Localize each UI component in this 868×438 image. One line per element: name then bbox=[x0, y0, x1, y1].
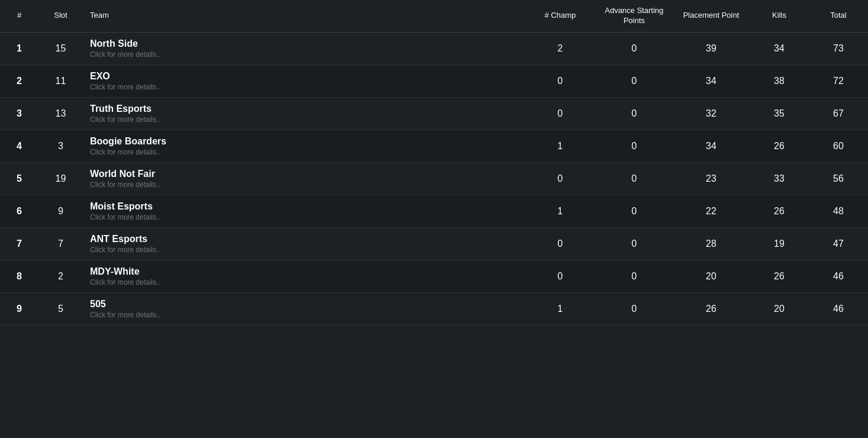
table-row[interactable]: 9 5 505 Click for more details.. 1 0 26 … bbox=[0, 292, 868, 325]
rank-cell: 1 bbox=[0, 32, 38, 65]
team-details: Click for more details.. bbox=[90, 115, 517, 124]
table-header-row: # Slot Team # Champ Advance Starting Poi… bbox=[0, 0, 868, 32]
placement-cell: 23 bbox=[673, 162, 750, 195]
advance-cell: 0 bbox=[596, 32, 673, 65]
advance-cell: 0 bbox=[596, 260, 673, 292]
kills-cell: 26 bbox=[750, 130, 809, 162]
total-cell: 60 bbox=[809, 130, 868, 162]
team-details: Click for more details.. bbox=[90, 50, 517, 59]
advance-cell: 0 bbox=[596, 97, 673, 130]
placement-cell: 22 bbox=[673, 195, 750, 227]
total-cell: 46 bbox=[809, 260, 868, 292]
slot-cell: 5 bbox=[38, 292, 83, 325]
team-cell: World Not Fair Click for more details.. bbox=[83, 162, 525, 195]
team-details: Click for more details.. bbox=[90, 213, 517, 221]
advance-cell: 0 bbox=[596, 227, 673, 260]
team-name: Boogie Boarders bbox=[90, 136, 517, 147]
team-cell: 505 Click for more details.. bbox=[83, 292, 525, 325]
table-row[interactable]: 8 2 MDY-White Click for more details.. 0… bbox=[0, 260, 868, 292]
header-kills: Kills bbox=[750, 0, 809, 32]
total-cell: 72 bbox=[809, 65, 868, 97]
team-name: MDY-White bbox=[90, 266, 517, 277]
kills-cell: 33 bbox=[750, 162, 809, 195]
team-cell: Moist Esports Click for more details.. bbox=[83, 195, 525, 227]
team-cell: North Side Click for more details.. bbox=[83, 32, 525, 65]
total-cell: 67 bbox=[809, 97, 868, 130]
slot-cell: 2 bbox=[38, 260, 83, 292]
champ-cell: 1 bbox=[525, 130, 596, 162]
team-cell: Boogie Boarders Click for more details.. bbox=[83, 130, 525, 162]
team-details: Click for more details.. bbox=[90, 148, 517, 156]
header-team: Team bbox=[83, 0, 525, 32]
kills-cell: 20 bbox=[750, 292, 809, 325]
placement-cell: 34 bbox=[673, 65, 750, 97]
total-cell: 56 bbox=[809, 162, 868, 195]
table-row[interactable]: 4 3 Boogie Boarders Click for more detai… bbox=[0, 130, 868, 162]
placement-cell: 39 bbox=[673, 32, 750, 65]
team-name: North Side bbox=[90, 38, 517, 49]
team-name: World Not Fair bbox=[90, 169, 517, 179]
table-row[interactable]: 2 11 EXO Click for more details.. 0 0 34… bbox=[0, 65, 868, 97]
team-details: Click for more details.. bbox=[90, 311, 517, 319]
slot-cell: 3 bbox=[38, 130, 83, 162]
header-total: Total bbox=[809, 0, 868, 32]
placement-cell: 34 bbox=[673, 130, 750, 162]
champ-cell: 0 bbox=[525, 260, 596, 292]
team-cell: Truth Esports Click for more details.. bbox=[83, 97, 525, 130]
total-cell: 48 bbox=[809, 195, 868, 227]
rank-cell: 9 bbox=[0, 292, 38, 325]
champ-cell: 0 bbox=[525, 162, 596, 195]
total-cell: 47 bbox=[809, 227, 868, 260]
slot-cell: 19 bbox=[38, 162, 83, 195]
kills-cell: 38 bbox=[750, 65, 809, 97]
advance-cell: 0 bbox=[596, 292, 673, 325]
kills-cell: 19 bbox=[750, 227, 809, 260]
table-row[interactable]: 7 7 ANT Esports Click for more details..… bbox=[0, 227, 868, 260]
placement-cell: 26 bbox=[673, 292, 750, 325]
team-details: Click for more details.. bbox=[90, 278, 517, 286]
table-body: 1 15 North Side Click for more details..… bbox=[0, 32, 868, 325]
table-row[interactable]: 6 9 Moist Esports Click for more details… bbox=[0, 195, 868, 227]
team-cell: EXO Click for more details.. bbox=[83, 65, 525, 97]
team-name: Moist Esports bbox=[90, 201, 517, 212]
leaderboard-table-container: # Slot Team # Champ Advance Starting Poi… bbox=[0, 0, 868, 326]
team-details: Click for more details.. bbox=[90, 83, 517, 91]
table-row[interactable]: 3 13 Truth Esports Click for more detail… bbox=[0, 97, 868, 130]
rank-cell: 4 bbox=[0, 130, 38, 162]
champ-cell: 1 bbox=[525, 292, 596, 325]
team-cell: ANT Esports Click for more details.. bbox=[83, 227, 525, 260]
slot-cell: 11 bbox=[38, 65, 83, 97]
header-slot: Slot bbox=[38, 0, 83, 32]
team-name: ANT Esports bbox=[90, 234, 517, 244]
rank-cell: 7 bbox=[0, 227, 38, 260]
champ-cell: 0 bbox=[525, 65, 596, 97]
leaderboard-table: # Slot Team # Champ Advance Starting Poi… bbox=[0, 0, 868, 326]
header-rank: # bbox=[0, 0, 38, 32]
team-details: Click for more details.. bbox=[90, 246, 517, 254]
kills-cell: 26 bbox=[750, 260, 809, 292]
team-details: Click for more details.. bbox=[90, 181, 517, 189]
champ-cell: 0 bbox=[525, 97, 596, 130]
champ-cell: 0 bbox=[525, 227, 596, 260]
kills-cell: 35 bbox=[750, 97, 809, 130]
rank-cell: 8 bbox=[0, 260, 38, 292]
rank-cell: 6 bbox=[0, 195, 38, 227]
champ-cell: 2 bbox=[525, 32, 596, 65]
table-row[interactable]: 5 19 World Not Fair Click for more detai… bbox=[0, 162, 868, 195]
advance-cell: 0 bbox=[596, 130, 673, 162]
placement-cell: 28 bbox=[673, 227, 750, 260]
kills-cell: 34 bbox=[750, 32, 809, 65]
total-cell: 46 bbox=[809, 292, 868, 325]
total-cell: 73 bbox=[809, 32, 868, 65]
team-cell: MDY-White Click for more details.. bbox=[83, 260, 525, 292]
team-name: 505 bbox=[90, 299, 517, 310]
slot-cell: 7 bbox=[38, 227, 83, 260]
placement-cell: 20 bbox=[673, 260, 750, 292]
advance-cell: 0 bbox=[596, 65, 673, 97]
slot-cell: 9 bbox=[38, 195, 83, 227]
table-row[interactable]: 1 15 North Side Click for more details..… bbox=[0, 32, 868, 65]
slot-cell: 13 bbox=[38, 97, 83, 130]
header-placement: Placement Point bbox=[673, 0, 750, 32]
advance-cell: 0 bbox=[596, 162, 673, 195]
team-name: Truth Esports bbox=[90, 104, 517, 114]
